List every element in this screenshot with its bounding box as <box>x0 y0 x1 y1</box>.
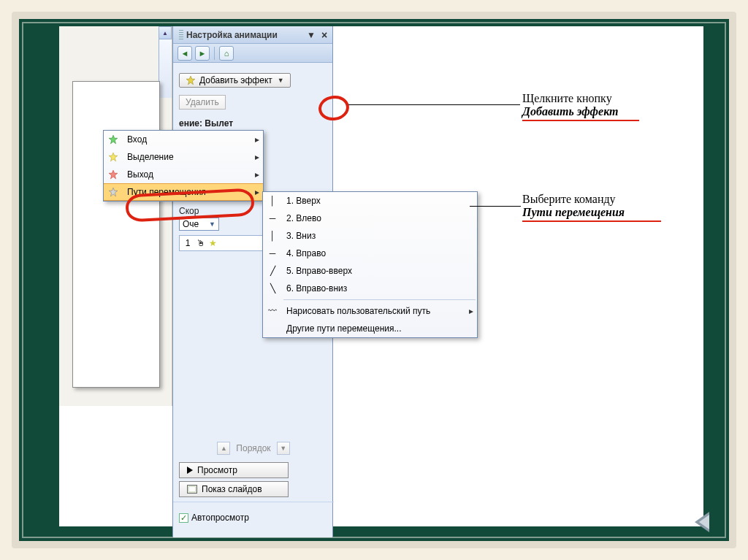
line-diag-icon: ╲ <box>263 283 282 294</box>
underline-icon <box>522 220 661 222</box>
svg-marker-0 <box>186 76 195 85</box>
star-icon: ★ <box>209 238 217 248</box>
scroll-up-button[interactable] <box>159 26 172 39</box>
pane-nav: ◄ ► ⌂ <box>173 44 332 63</box>
submenu-item-custom-path[interactable]: 〰 Нарисовать пользовательский путь ▸ <box>263 302 477 320</box>
instruction-2-line2: Пути перемещения <box>522 206 698 219</box>
speed-value: Оче <box>183 219 199 229</box>
menu-label: Вход <box>123 134 251 145</box>
prev-slide-button[interactable] <box>695 512 709 532</box>
slide-preview <box>72 81 160 388</box>
slideshow-button[interactable]: Показ слайдов <box>179 481 289 497</box>
menu-label: 4. Вправо <box>282 248 477 258</box>
svg-marker-3 <box>109 170 118 179</box>
submenu-item-up-right[interactable]: ╱ 5. Вправо-вверх <box>263 262 477 280</box>
menu-label: 2. Влево <box>282 213 477 223</box>
pane-footer: ▲ Порядок ▼ Просмотр Показ слайдов ✓ Авт… <box>179 437 328 523</box>
slide-canvas: Настройка анимации ▼ ◄ ► ⌂ Добавить эффе… <box>59 26 703 526</box>
pane-dropdown-button[interactable]: ▼ <box>304 30 318 40</box>
nav-forward-button[interactable]: ► <box>195 46 210 61</box>
menu-item-exit[interactable]: Выход ▸ <box>104 166 263 183</box>
slideshow-icon <box>187 485 197 494</box>
submenu-item-more-paths[interactable]: Другие пути перемещения... <box>263 320 477 337</box>
svg-marker-2 <box>109 153 118 161</box>
menu-label: Выделение <box>123 152 251 162</box>
chevron-down-icon: ▼ <box>209 220 215 228</box>
submenu-item-down-right[interactable]: ╲ 6. Вправо-вниз <box>263 280 477 297</box>
leader-line-2 <box>470 206 521 207</box>
separator <box>214 47 215 60</box>
autoplay-row[interactable]: ✓ Автопросмотр <box>179 507 328 523</box>
item-number: 1 <box>183 238 193 248</box>
grip-icon <box>179 30 183 40</box>
submenu-arrow-icon: ▸ <box>251 134 263 145</box>
instruction-1-line1: Щелкните кнопку <box>522 92 698 105</box>
separator <box>173 502 334 502</box>
star-icon <box>104 187 123 197</box>
menu-label: 3. Вниз <box>282 231 477 241</box>
star-icon <box>186 75 196 85</box>
submenu-arrow-icon: ▸ <box>251 169 263 180</box>
line-down-icon: │ <box>263 231 282 241</box>
scribble-icon: 〰 <box>263 306 282 316</box>
checkbox-icon: ✓ <box>179 513 188 523</box>
submenu-arrow-icon: ▸ <box>251 187 263 197</box>
preview-button[interactable]: Просмотр <box>179 462 289 478</box>
instruction-2: Выберите команду Пути перемещения <box>522 193 698 222</box>
order-label: Порядок <box>236 443 270 453</box>
submenu-arrow-icon: ▸ <box>465 306 477 316</box>
delete-button[interactable]: Удалить <box>179 95 226 110</box>
order-up-button[interactable]: ▲ <box>217 442 230 455</box>
order-row: ▲ Порядок ▼ <box>179 437 328 459</box>
svg-marker-1 <box>109 135 118 144</box>
menu-item-emphasis[interactable]: Выделение ▸ <box>104 148 263 166</box>
menu-label: 6. Вправо-вниз <box>282 283 477 294</box>
scrollbar-track[interactable] <box>159 39 172 98</box>
chevron-down-icon: ▼ <box>278 77 284 84</box>
speed-combo[interactable]: Оче ▼ <box>179 218 219 231</box>
submenu-item-down[interactable]: │ 3. Вниз <box>263 227 477 245</box>
preview-label: Просмотр <box>197 465 237 475</box>
menu-label: 5. Вправо-вверх <box>282 266 477 276</box>
submenu-arrow-icon: ▸ <box>251 152 263 162</box>
menu-item-entry[interactable]: Вход ▸ <box>104 131 263 148</box>
instruction-1-line2: Добавить эффект <box>522 105 698 118</box>
submenu-item-left[interactable]: ─ 2. Влево <box>263 210 477 227</box>
underline-icon <box>522 120 639 121</box>
line-right-icon: ─ <box>263 248 282 258</box>
delete-label: Удалить <box>186 97 219 107</box>
submenu-item-up[interactable]: │ 1. Вверх <box>263 192 477 210</box>
leader-line-1 <box>348 104 520 105</box>
add-effect-button[interactable]: Добавить эффект ▼ <box>179 73 291 88</box>
order-down-button[interactable]: ▼ <box>277 442 290 455</box>
menu-label: Другие пути перемещения... <box>282 323 477 334</box>
whiteboard-frame: Настройка анимации ▼ ◄ ► ⌂ Добавить эффе… <box>12 12 736 548</box>
slideshow-label: Показ слайдов <box>202 484 262 494</box>
nav-home-button[interactable]: ⌂ <box>219 46 234 61</box>
autoplay-label: Автопросмотр <box>191 513 249 523</box>
svg-marker-4 <box>109 188 118 196</box>
separator <box>283 299 476 300</box>
line-up-icon: │ <box>263 196 282 206</box>
star-icon <box>104 134 123 145</box>
instruction-1: Щелкните кнопку Добавить эффект <box>522 92 698 121</box>
menu-label: 1. Вверх <box>282 196 477 206</box>
nav-back-button[interactable]: ◄ <box>178 46 192 61</box>
submenu-item-right[interactable]: ─ 4. Вправо <box>263 245 477 262</box>
play-icon <box>187 467 193 474</box>
pane-close-button[interactable] <box>318 29 330 41</box>
pane-title: Настройка анимации <box>186 30 304 40</box>
add-effect-label: Добавить эффект <box>199 75 272 85</box>
motion-paths-submenu: │ 1. Вверх ─ 2. Влево │ 3. Вниз ─ 4. Впр… <box>262 191 478 338</box>
menu-label: Выход <box>123 169 251 180</box>
instruction-2-line1: Выберите команду <box>522 193 698 206</box>
menu-label: Нарисовать пользовательский путь <box>282 306 465 316</box>
mouse-icon: 🖱 <box>196 238 205 248</box>
change-section-title: ение: Вылет <box>179 115 327 131</box>
line-left-icon: ─ <box>263 213 282 223</box>
pane-titlebar: Настройка анимации ▼ <box>173 26 332 44</box>
star-icon <box>104 169 123 180</box>
star-icon <box>104 152 123 162</box>
line-diag-icon: ╱ <box>263 266 282 276</box>
